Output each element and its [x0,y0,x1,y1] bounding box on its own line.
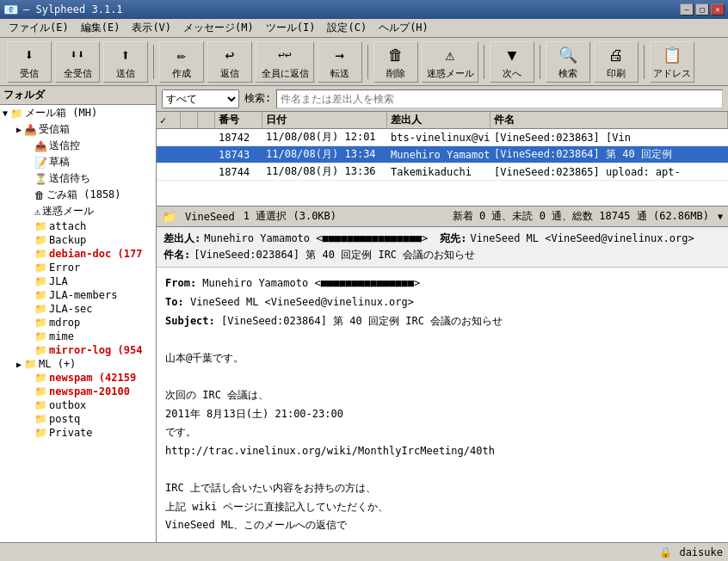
folder-item-trash[interactable]: 🗑 ごみ箱 (1858) [0,187,156,203]
folder-item-postq[interactable]: 📁 postq [0,412,156,426]
main-area: フォルダ ▼ 📁 メール箱 (MH) ▶ 📥 受信箱 📤 送信控 [0,86,728,542]
folder-item-jla[interactable]: 📁 JLA [0,274,156,288]
next-label: 次へ [503,67,521,80]
compose-button[interactable]: ✏ 作成 [159,41,204,83]
col-header-read [181,112,198,128]
reply-all-button[interactable]: ↩↩ 全員に返信 [256,41,314,83]
search-input[interactable] [276,89,723,108]
menu-message[interactable]: メッセージ(M) [178,19,259,37]
folder-item-ml[interactable]: ▶ 📁 ML (+) [0,357,156,371]
message-row[interactable]: 18742 11/08/08(月) 12:01 bts-vinelinux@vi… [157,129,728,146]
folder-icon-jla-members: 📁 [34,289,47,301]
folder-item-mirror-log[interactable]: 📁 mirror-log (954 [0,343,156,357]
folder-item-mailbox[interactable]: ▼ 📁 メール箱 (MH) [0,105,156,121]
message-row[interactable]: 18744 11/08/08(月) 13:36 Takemikaduchi [V… [157,163,728,181]
send-button[interactable]: ⬆ 送信 [103,41,148,83]
email-from-label: 差出人: [163,231,201,247]
folder-item-jla-sec[interactable]: 📁 JLA-sec [0,302,156,316]
col-header-attach [198,112,215,128]
menu-view[interactable]: 表示(V) [126,19,176,37]
maximize-button[interactable]: □ [695,3,709,15]
folder-label-mirror-log: mirror-log (954 [49,344,142,356]
folder-item-backup[interactable]: 📁 Backup [0,233,156,247]
receive-button[interactable]: ⬇ 受信 [7,41,52,83]
compose-label: 作成 [172,67,191,80]
junk-button[interactable]: ⚠ 迷惑メール [422,41,478,83]
reply-button[interactable]: ↩ 返信 [207,41,252,83]
msg-cell-attach-1 [198,129,215,145]
folder-icon-mdrop: 📁 [34,317,47,329]
address-icon: 📋 [660,44,684,65]
toolbar-separator-3 [484,45,484,79]
folder-item-newspam-2010[interactable]: 📁 newspam-20100 [0,385,156,398]
toolbar: ⬇ 受信 ⬇⬇ 全受信 ⬆ 送信 ✏ 作成 ↩ 返信 ↩↩ 全員に返信 → 転送… [0,38,728,86]
toolbar-separator-2 [367,45,368,79]
folder-item-sent[interactable]: 📤 送信控 [0,138,156,154]
expand-arrow-mime [24,332,34,342]
next-button[interactable]: ▼ 次へ [490,41,534,83]
message-row[interactable]: 18743 11/08/08(月) 13:34 Munehiro Yamamot… [157,146,728,163]
menu-help[interactable]: ヘルプ(H) [373,19,434,37]
folder-item-error[interactable]: 📁 Error [0,261,156,274]
expand-arrow-queue [24,174,34,183]
folder-item-newspam[interactable]: 📁 newspam (42159 [0,371,156,385]
menu-tools[interactable]: ツール(I) [261,19,321,37]
email-body-from-text: Munehiro Yamamoto <■■■■■■■■■■■■■■■> [202,277,420,289]
folder-item-mdrop[interactable]: 📁 mdrop [0,316,156,330]
folder-icon-newspam-2010: 📁 [34,385,47,398]
folder-label-queue: 送信待ち [49,171,90,186]
msg-cell-subject-3: [VineSeed:023865] upload: apt- [490,163,728,180]
folder-icon-inbox: 📥 [24,124,37,136]
folder-label-jla-members: JLA-members [49,289,117,301]
folder-item-private[interactable]: 📁 Private [0,426,156,440]
forward-button[interactable]: → 転送 [318,41,362,83]
receive-all-label: 全受信 [64,67,92,80]
expand-arrow-draft [24,157,34,167]
minimize-button[interactable]: — [680,3,694,15]
folder-item-draft[interactable]: 📝 草稿 [0,154,156,170]
folder-icon-attach: 📁 [34,220,47,232]
expand-arrow-trash [24,190,34,200]
email-body-to-text: VineSeed ML <VineSeed@vinelinux.org> [190,296,414,308]
folder-item-inbox[interactable]: ▶ 📥 受信箱 [0,121,156,138]
search-button[interactable]: 🔍 検索 [546,41,590,83]
menu-edit[interactable]: 編集(E) [76,19,126,37]
forward-label: 転送 [330,67,349,80]
send-label: 送信 [116,67,135,80]
folder-item-outbox[interactable]: 📁 outbox [0,398,156,412]
folder-status-name: VineSeed [185,211,235,223]
reply-all-label: 全員に返信 [262,67,309,80]
email-body-to: To: VineSeed ML <VineSeed@vinelinux.org> [165,293,719,312]
delete-button[interactable]: 🗑 削除 [373,41,418,83]
address-button[interactable]: 📋 アドレス [650,41,694,83]
body-line-4: 2011年 8月13日(土) 21:00-23:00 [165,405,719,424]
expand-arrow-mdrop [24,318,34,328]
junk-icon: ⚠ [438,44,462,65]
folder-label-draft: 草稿 [49,155,70,170]
folder-item-mime[interactable]: 📁 mime [0,330,156,343]
folder-label-junk: 迷惑メール [42,204,94,219]
menu-settings[interactable]: 設定(C) [322,19,372,37]
msg-cell-date-2: 11/08/08(月) 13:34 [262,146,387,163]
print-button[interactable]: 🖨 印刷 [594,41,639,83]
folder-status-dropdown-icon[interactable]: ▼ [718,212,723,221]
junk-label: 迷惑メール [427,67,474,80]
folder-label-private: Private [49,427,93,439]
expand-arrow-attach [24,222,34,231]
menu-file[interactable]: ファイル(E) [3,19,74,37]
folder-item-junk[interactable]: ⚠ 迷惑メール [0,203,156,219]
receive-all-button[interactable]: ⬇⬇ 全受信 [55,41,100,83]
folder-item-queue[interactable]: ⏳ 送信待ち [0,170,156,187]
expand-arrow-mirror-log [24,346,34,355]
expand-arrow-postq [24,415,34,424]
filter-select[interactable]: すべて [162,89,239,108]
folder-label-debian-doc: debian-doc (177 [49,248,142,260]
folder-label-mdrop: mdrop [49,317,80,329]
folder-item-debian-doc[interactable]: 📁 debian-doc (177 [0,247,156,261]
reply-label: 返信 [220,67,239,80]
folder-status-bar: 📁 VineSeed 1 通選択 (3.0KB) 新着 0 通、未読 0 通、総… [157,207,728,227]
close-button[interactable]: ✕ [711,3,725,15]
filter-label: 検索: [244,91,271,106]
folder-item-jla-members[interactable]: 📁 JLA-members [0,288,156,302]
folder-item-attach[interactable]: 📁 attach [0,219,156,233]
